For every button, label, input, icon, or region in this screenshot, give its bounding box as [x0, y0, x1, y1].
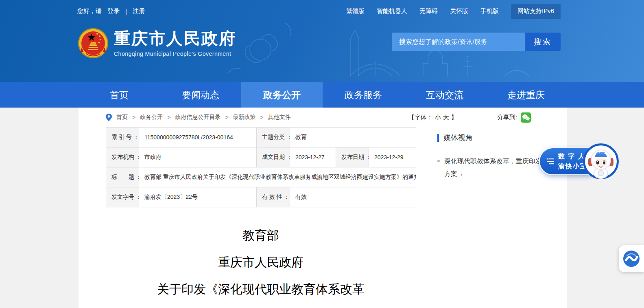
bullet-icon [437, 160, 440, 162]
site-header: 您好，请 登录 | 注册 繁體版 智能机器人 无障碍 关怀版 手机版 网站支持I… [0, 0, 644, 82]
meta-doc-no-label: 发文字号 ： [106, 187, 139, 207]
location-pin-icon [106, 113, 112, 121]
nav-item-services[interactable]: 政务服务 [323, 82, 404, 108]
crumb-separator: > [260, 114, 264, 121]
site-search: 搜索 [392, 33, 561, 51]
meta-validity-value: 有效 [290, 187, 416, 207]
table-row: 发布机构 ： 市政府 成文日期 ： 2023-12-27 发布日期 ： 2023… [106, 147, 416, 167]
font-label-prefix: 【字体： [408, 114, 433, 121]
share-label: 分享到: [497, 114, 517, 121]
meta-agency-value: 市政府 [139, 147, 257, 167]
crumb-separator: > [132, 114, 135, 121]
meta-agency-label: 发布机构 ： [106, 147, 139, 167]
table-row: 索 引 号 ： 11500000009275780L/2023-00164 主题… [106, 128, 416, 147]
topbar-link-accessibility[interactable]: 无障碍 [419, 7, 438, 15]
nav-item-home[interactable]: 首页 [79, 82, 160, 108]
table-row: 发文字号 ： 渝府发〔2023〕22号 有 效 性 ： 有效 [106, 187, 416, 207]
search-input[interactable] [392, 33, 525, 51]
document-meta-table: 索 引 号 ： 11500000009275780L/2023-00164 主题… [106, 127, 416, 207]
crumb-home[interactable]: 首页 [116, 114, 128, 121]
meta-written-date-label: 成文日期 ： [257, 147, 290, 167]
national-emblem-logo [78, 28, 109, 59]
register-link[interactable]: 注册 [133, 7, 145, 15]
meta-written-date-value: 2023-12-27 [290, 147, 336, 167]
floating-service-button[interactable] [619, 245, 644, 272]
meta-title-value: 教育部 重庆市人民政府关于印发《深化现代职业教育体系改革服务成渝地区双城经济圈建… [139, 167, 416, 187]
wechat-share-icon[interactable] [521, 112, 531, 123]
breadcrumb: 首页 > 政务公开 > 政府信息公开目录 > 最新政策 > 其他文件 [106, 113, 291, 121]
crumb-catalog[interactable]: 政府信息公开目录 [175, 114, 220, 121]
nav-item-news[interactable]: 要闻动态 [160, 82, 241, 108]
document-title-line: 关于印发《深化现代职业教育体系改革 [106, 276, 416, 303]
crumb-gov-info[interactable]: 政务公开 [140, 114, 163, 121]
sidebar-item-text: 深化现代职教体系改革，重庆印发方案→ [444, 155, 547, 180]
meta-category-value: 教育 [290, 128, 416, 147]
list-item[interactable]: 深化现代职教体系改革，重庆印发方案→ [437, 155, 547, 180]
main-nav: 首页 要闻动态 政务公开 政务服务 互动交流 走进重庆 [0, 82, 644, 108]
meta-publish-date-label: 发布日期 ： [336, 147, 369, 167]
page-tools: 【字体： 小 大 】 分享到: [408, 112, 531, 123]
topbar: 您好，请 登录 | 注册 繁體版 智能机器人 无障碍 关怀版 手机版 网站支持I… [0, 0, 644, 22]
nav-item-gov-info[interactable]: 政务公开 [241, 82, 323, 108]
font-label-suffix: 】 [451, 114, 457, 121]
greeting-text: 您好，请 [77, 7, 102, 15]
digital-assistant-widget[interactable]: 数 字 人 渝快小宝 [539, 143, 619, 179]
crumb-separator: > [225, 114, 228, 121]
meta-index-value: 11500000009275780L/2023-00164 [139, 128, 257, 147]
meta-validity-label: 有 效 性 ： [257, 187, 290, 207]
topbar-link-robot[interactable]: 智能机器人 [377, 7, 407, 15]
assistant-menu-icon [546, 158, 554, 165]
robot-mascot-avatar [583, 143, 619, 179]
table-row: 标 题 ： 教育部 重庆市人民政府关于印发《深化现代职业教育体系改革服务成渝地区… [106, 167, 416, 187]
share-controls: 分享到: [497, 112, 531, 123]
nav-item-about-chongqing[interactable]: 走进重庆 [485, 82, 567, 108]
site-title: 重庆市人民政府 [114, 29, 236, 47]
crumb-other-documents: 其他文件 [268, 114, 291, 121]
search-button[interactable]: 搜索 [525, 33, 561, 51]
topbar-link-traditional[interactable]: 繁體版 [346, 7, 365, 15]
font-smaller-button[interactable]: 小 [435, 114, 441, 121]
topbar-link-ipv6[interactable]: 网站支持IPv6 [511, 4, 561, 19]
sidebar-title-row: 媒体视角 [437, 133, 559, 143]
service-swirl-icon [623, 250, 640, 267]
meta-category-label: 主题分类 ： [257, 128, 290, 147]
meta-doc-no-value: 渝府发〔2023〕22号 [139, 187, 257, 207]
breadcrumb-row: 首页 > 政务公开 > 政府信息公开目录 > 最新政策 > 其他文件 【字体： … [79, 108, 567, 127]
meta-title-label: 标 题 ： [106, 167, 139, 187]
sidebar-title: 媒体视角 [443, 133, 473, 143]
login-link[interactable]: 登录 [107, 7, 120, 15]
crumb-separator: > [167, 114, 170, 121]
site-subtitle: Chongqing Municipal People's Government [114, 51, 236, 57]
font-size-controls: 【字体： 小 大 】 [408, 114, 457, 121]
sidebar-accent-bar [437, 134, 439, 142]
font-larger-button[interactable]: 大 [443, 114, 449, 121]
topbar-link-care[interactable]: 关怀版 [450, 7, 468, 15]
meta-publish-date-value: 2023-12-29 [369, 147, 416, 167]
nav-item-interaction[interactable]: 互动交流 [404, 82, 485, 108]
topbar-link-mobile[interactable]: 手机版 [480, 7, 499, 15]
document-title-line: 重庆市人民政府 [106, 249, 416, 276]
crumb-latest-policies[interactable]: 最新政策 [233, 114, 256, 121]
meta-index-label: 索 引 号 ： [106, 128, 139, 147]
document-title-line: 教育部 [106, 222, 416, 249]
content-area: 首页 > 政务公开 > 政府信息公开目录 > 最新政策 > 其他文件 【字体： … [79, 108, 567, 308]
topbar-divider: | [125, 8, 127, 15]
document-title-block: 教育部 重庆市人民政府 关于印发《深化现代职业教育体系改革 [106, 222, 416, 303]
